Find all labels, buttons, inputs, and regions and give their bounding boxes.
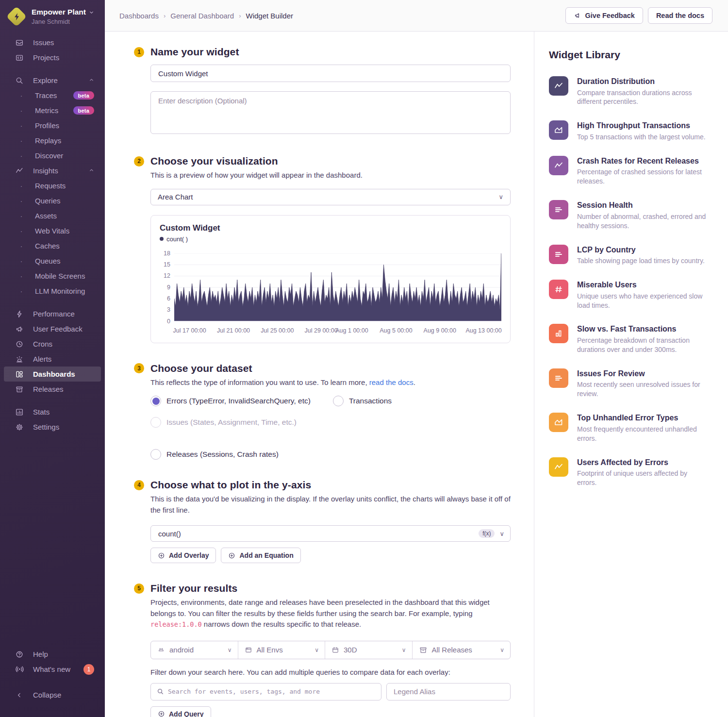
step-subtitle: This reflects the type of information yo… (150, 377, 511, 388)
dataset-option-errors[interactable]: Errors (TypeError, InvalidSearchQuery, e… (150, 396, 311, 406)
sidebar-group-explore[interactable]: Explore (4, 73, 101, 88)
visualization-select[interactable]: Area Chart ∨ (150, 189, 511, 205)
y-tick-label: 12 (164, 272, 170, 279)
filter-30d[interactable]: 30D∨ (325, 641, 413, 659)
filter-all-releases[interactable]: All Releases∨ (413, 641, 511, 659)
sidebar-item-queues[interactable]: ·Queues (4, 253, 101, 268)
dataset-option-transactions[interactable]: Transactions (333, 396, 392, 406)
library-item-crash-rates-for-recent-releases[interactable]: Crash Rates for Recent ReleasesPercentag… (549, 156, 709, 186)
sidebar-item-requests[interactable]: ·Requests (4, 178, 101, 193)
sidebar-item-user-feedback[interactable]: User Feedback (4, 321, 101, 336)
sidebar-item-replays[interactable]: ·Replays (4, 133, 101, 148)
legend-alias-input[interactable] (386, 683, 511, 700)
sidebar-item-issues[interactable]: Issues (4, 35, 101, 50)
library-item-users-affected-by-errors[interactable]: Users Affected by ErrorsFootprint of uni… (549, 457, 709, 487)
y-axis-function-select[interactable]: count() f(x) ∨ (150, 525, 511, 542)
app-root: Empower Plant Jane Schmidt IssuesProject… (0, 0, 728, 717)
sidebar-group-insights[interactable]: Insights (4, 163, 101, 178)
bullet-icon: · (17, 272, 26, 280)
sidebar-item-dashboards[interactable]: Dashboards (4, 367, 101, 382)
step-number-badge: 5 (134, 584, 144, 594)
sidebar-item-queries[interactable]: ·Queries (4, 193, 101, 208)
give-feedback-button[interactable]: Give Feedback (565, 7, 643, 24)
library-item-lcp-by-country[interactable]: LCP by CountryTable showing page load ti… (549, 245, 709, 266)
library-item-description: Footprint of unique users affected by er… (577, 469, 709, 487)
sidebar-group-primary: IssuesProjects (0, 35, 105, 65)
step-subtitle: This is the data you'd be visualizing in… (150, 494, 511, 516)
library-item-session-health[interactable]: Session HealthNumber of abnormal, crashe… (549, 200, 709, 230)
bullet-icon: · (17, 227, 26, 235)
sidebar-item-alerts[interactable]: Alerts (4, 351, 101, 367)
chart-legend[interactable]: count( ) (160, 235, 501, 243)
widget-description-input[interactable] (150, 91, 511, 134)
sidebar-item-profiles[interactable]: ·Profiles (4, 118, 101, 133)
sidebar-item-label: Replays (35, 136, 61, 145)
org-name: Empower Plant (32, 8, 86, 17)
sidebar-item-mobile-screens[interactable]: ·Mobile Screens (4, 268, 101, 283)
breadcrumb-general-dashboard[interactable]: General Dashboard (170, 12, 234, 20)
chevron-down-icon: ∨ (500, 647, 504, 653)
chevron-down-icon: ∨ (228, 647, 232, 653)
sidebar-item-discover[interactable]: ·Discover (4, 148, 101, 163)
sidebar-item-label: Metrics (35, 106, 58, 115)
y-tick-label: 9 (167, 284, 170, 291)
sidebar-item-releases[interactable]: Releases (4, 382, 101, 397)
query-search-input[interactable] (168, 688, 375, 695)
library-item-miserable-users[interactable]: Miserable UsersUnique users who have exp… (549, 280, 709, 310)
library-item-slow-vs-fast-transactions[interactable]: Slow vs. Fast TransactionsPercentage bre… (549, 324, 709, 354)
bullet-icon: · (17, 106, 26, 115)
legend-dot (160, 237, 164, 241)
sidebar-item-traces[interactable]: ·Tracesbeta (4, 88, 101, 103)
add-overlay-button[interactable]: Add Overlay (150, 548, 216, 563)
widget-name-input[interactable] (150, 65, 511, 82)
library-item-top-unhandled-error-types[interactable]: Top Unhandled Error TypesMost frequently… (549, 413, 709, 443)
y-tick-label: 3 (167, 306, 170, 313)
release-code-snippet: release:1.0.0 (150, 620, 202, 628)
filter-all-envs[interactable]: All Envs∨ (238, 641, 326, 659)
x-tick-label: Jul 21 00:00 (217, 327, 250, 334)
filter-bar: android∨All Envs∨30D∨All Releases∨ (150, 641, 511, 659)
dashboards-icon (15, 370, 24, 379)
dataset-option-issues[interactable]: Issues (States, Assignment, Time, etc.) (150, 417, 297, 428)
add-equation-button[interactable]: Add an Equation (221, 548, 300, 563)
library-item-description: Number of abnormal, crashed, errored and… (577, 212, 709, 231)
bullet-icon: · (17, 242, 26, 250)
step-title: Filter your results (150, 583, 237, 594)
sidebar-item-crons[interactable]: Crons (4, 336, 101, 351)
library-item-issues-for-review[interactable]: Issues For ReviewMost recently seen unre… (549, 368, 709, 399)
sidebar-item-what-s-new[interactable]: What's new1 (4, 662, 101, 677)
chart-y-axis: 0369121518 (160, 253, 174, 321)
step-title: Choose your dataset (150, 363, 252, 374)
org-switcher[interactable]: Empower Plant Jane Schmidt (0, 8, 105, 28)
sidebar-item-llm-monitoring[interactable]: ·LLM Monitoring (4, 283, 101, 299)
sidebar-item-label: Issues (33, 38, 54, 47)
widget-builder-main: 1 Name your widget 2 Choose your visuali… (105, 32, 534, 717)
breadcrumb-dashboards[interactable]: Dashboards (119, 12, 159, 20)
breadcrumb: Dashboards › General Dashboard › Widget … (119, 12, 293, 20)
x-tick-label: Aug 1 00:00 (335, 327, 368, 334)
sidebar-item-metrics[interactable]: ·Metricsbeta (4, 103, 101, 118)
read-the-docs-button[interactable]: Read the docs (648, 7, 712, 24)
barsv-chart-icon (549, 324, 568, 343)
sidebar-item-stats[interactable]: Stats (4, 404, 101, 419)
library-item-duration-distribution[interactable]: Duration DistributionCompare transaction… (549, 76, 709, 106)
performance-icon (15, 310, 24, 318)
add-query-button[interactable]: Add Query (150, 706, 211, 717)
sidebar-item-caches[interactable]: ·Caches (4, 238, 101, 253)
read-the-docs-link[interactable]: read the docs (369, 378, 414, 386)
sidebar-collapse-button[interactable]: Collapse (4, 687, 101, 702)
sidebar-item-projects[interactable]: Projects (4, 50, 101, 65)
dataset-option-releases[interactable]: Releases (Sessions, Crash rates) (150, 449, 279, 460)
sidebar-item-web-vitals[interactable]: ·Web Vitals (4, 223, 101, 238)
sidebar-item-performance[interactable]: Performance (4, 306, 101, 321)
y-tick-label: 18 (164, 250, 170, 257)
sidebar-item-assets[interactable]: ·Assets (4, 208, 101, 223)
sidebar-item-help[interactable]: Help (4, 647, 101, 662)
filter-android[interactable]: android∨ (151, 641, 238, 659)
filter-value: android (169, 646, 223, 654)
megaphone-icon (574, 12, 581, 19)
sidebar-item-label: Alerts (33, 355, 51, 363)
sidebar-item-settings[interactable]: Settings (4, 419, 101, 434)
x-tick-label: Jul 17 00:00 (173, 327, 206, 334)
library-item-high-throughput-transactions[interactable]: High Throughput TransactionsTop 5 transa… (549, 120, 709, 141)
